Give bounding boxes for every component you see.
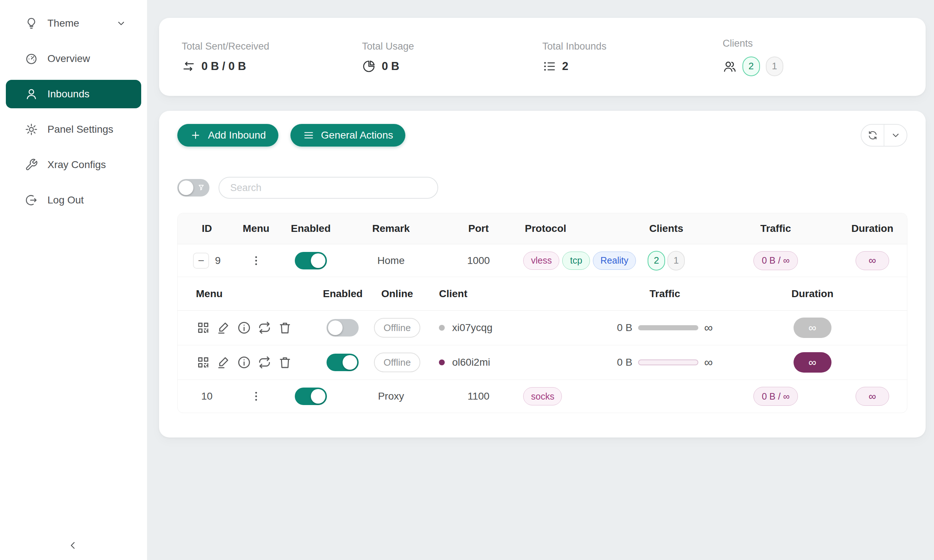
- traffic-pill: 0 B / ∞: [754, 387, 798, 406]
- collapse-row-button[interactable]: −: [193, 253, 209, 269]
- client-col-menu: Menu: [196, 277, 321, 310]
- sidebar-item-label: Panel Settings: [48, 124, 114, 135]
- add-inbound-button[interactable]: Add Inbound: [177, 124, 278, 146]
- general-actions-button[interactable]: General Actions: [290, 124, 406, 146]
- edit-client-button[interactable]: [216, 320, 231, 335]
- col-header-remark: Remark: [345, 213, 437, 244]
- ellipsis-menu-icon[interactable]: [250, 254, 262, 267]
- inbound-id: 9: [215, 255, 221, 266]
- inbound-row-9: − 9 Home 1000 vless tcp Reality 2 1: [178, 244, 907, 277]
- sidebar-item-label: Inbounds: [48, 88, 89, 100]
- reset-traffic-button[interactable]: [257, 320, 272, 335]
- sidebar-item-label: Log Out: [48, 194, 84, 206]
- toggle-knob: [179, 180, 193, 195]
- delete-client-button[interactable]: [277, 355, 292, 370]
- ellipsis-menu-icon[interactable]: [250, 390, 262, 403]
- toolbar: Add Inbound General Actions: [177, 124, 907, 146]
- sidebar-item-log-out[interactable]: Log Out: [6, 186, 141, 214]
- edit-client-button[interactable]: [216, 355, 231, 370]
- client-enabled-toggle[interactable]: [327, 319, 359, 337]
- sidebar-item-xray-configs[interactable]: Xray Configs: [6, 151, 141, 179]
- refresh-icon: [867, 130, 878, 141]
- col-header-clients: Clients: [619, 213, 714, 244]
- menu-icon: [303, 129, 314, 141]
- clients-online-badge: 2: [743, 57, 760, 76]
- stats-card: Total Sent/Received 0 B / 0 B Total Usag…: [159, 18, 926, 96]
- pencil-icon: [216, 320, 231, 335]
- stat-value: 0 B / 0 B: [201, 60, 246, 73]
- client-col-traffic: Traffic: [601, 277, 729, 310]
- clients-disabled-badge: 1: [667, 251, 685, 271]
- client-name: xi07ycqg: [452, 322, 493, 334]
- client-table-header: Menu Enabled Online Client Traffic Durat…: [178, 277, 907, 311]
- add-inbound-label: Add Inbound: [208, 129, 266, 141]
- qr-code-icon: [196, 320, 211, 335]
- duration-pill: ∞: [855, 251, 889, 270]
- inbound-id: 10: [201, 391, 212, 402]
- sidebar-item-label: Overview: [48, 53, 90, 65]
- client-row-xi07ycqg: Offline xi07ycqg 0 B ∞ ∞: [178, 311, 907, 345]
- col-header-duration: Duration: [838, 213, 907, 244]
- theme-selector[interactable]: Theme: [6, 9, 141, 38]
- stat-clients: Clients 2 1: [723, 38, 903, 76]
- stat-label: Total Inbounds: [543, 41, 723, 52]
- logout-icon: [25, 194, 38, 207]
- duration-pill: ∞: [794, 352, 831, 372]
- clients-enabled-badge: 2: [647, 251, 665, 271]
- sidebar-collapse-button[interactable]: [65, 537, 81, 554]
- transfer-arrows-icon: [182, 59, 196, 73]
- traffic-pill: 0 B / ∞: [754, 251, 798, 270]
- sidebar-item-inbounds[interactable]: Inbounds: [6, 80, 141, 108]
- pie-chart-icon: [362, 59, 376, 73]
- clients-deactivated-badge: 1: [766, 57, 783, 76]
- inbound-enabled-toggle[interactable]: [295, 388, 327, 405]
- info-icon: [237, 355, 251, 370]
- qr-code-button[interactable]: [196, 320, 211, 335]
- client-color-dot: [439, 360, 445, 365]
- client-info-button[interactable]: [237, 320, 251, 335]
- table-header-row: ID Menu Enabled Remark Port Protocol Cli…: [178, 213, 907, 244]
- qr-code-button[interactable]: [196, 355, 211, 370]
- client-col-enabled: Enabled: [321, 277, 364, 310]
- stat-label: Clients: [723, 38, 903, 49]
- funnel-icon: [197, 183, 206, 192]
- stat-total-sent-received: Total Sent/Received 0 B / 0 B: [182, 41, 362, 73]
- sidebar-item-panel-settings[interactable]: Panel Settings: [6, 115, 141, 144]
- refresh-interval-dropdown[interactable]: [884, 125, 907, 146]
- inbound-row-10: 10 Proxy 1100 socks 0 B / ∞ ∞: [178, 380, 907, 413]
- chevron-down-icon: [890, 130, 901, 141]
- traffic-used: 0 B: [617, 357, 632, 368]
- traffic-cap: ∞: [704, 321, 713, 335]
- client-color-dot: [439, 325, 445, 331]
- gear-icon: [25, 123, 38, 136]
- col-header-protocol: Protocol: [520, 213, 619, 244]
- protocol-tag: socks: [523, 387, 562, 405]
- search-input[interactable]: [219, 177, 438, 199]
- client-enabled-toggle[interactable]: [327, 354, 359, 371]
- chevron-left-icon: [67, 540, 79, 551]
- reset-traffic-button[interactable]: [257, 355, 272, 370]
- refresh-button[interactable]: [862, 125, 884, 146]
- refresh-split-button: [861, 124, 907, 146]
- inbound-port: 1000: [437, 244, 521, 277]
- inbounds-card: Add Inbound General Actions: [159, 111, 926, 437]
- wrench-icon: [25, 158, 38, 171]
- trash-icon: [277, 355, 292, 370]
- inbound-remark: Proxy: [345, 380, 437, 413]
- online-status-badge: Offline: [374, 318, 420, 338]
- traffic-progress-bar: [638, 325, 698, 330]
- client-name: ol60i2mi: [452, 357, 490, 368]
- delete-client-button[interactable]: [277, 320, 292, 335]
- stat-total-usage: Total Usage 0 B: [362, 41, 542, 73]
- client-row-ol60i2mi: Offline ol60i2mi 0 B ∞ ∞: [178, 345, 907, 380]
- col-header-traffic: Traffic: [714, 213, 838, 244]
- col-header-menu: Menu: [236, 213, 276, 244]
- col-header-id: ID: [178, 213, 236, 244]
- client-info-button[interactable]: [237, 355, 251, 370]
- sidebar-item-overview[interactable]: Overview: [6, 45, 141, 73]
- inbound-enabled-toggle[interactable]: [295, 252, 327, 269]
- filter-toggle[interactable]: [177, 179, 210, 197]
- col-header-port: Port: [437, 213, 521, 244]
- traffic-cap: ∞: [704, 355, 713, 369]
- transport-tag: tcp: [562, 252, 590, 270]
